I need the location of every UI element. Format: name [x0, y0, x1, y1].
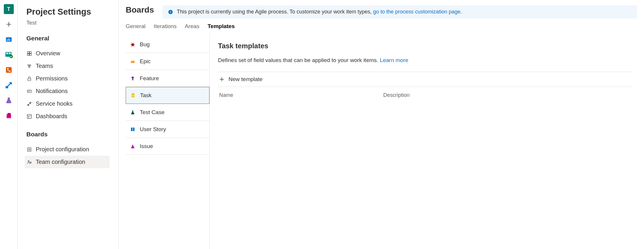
sidebar-item-label: Project configuration — [36, 146, 89, 153]
wit-user-story[interactable]: User Story — [126, 121, 209, 138]
summary-icon[interactable] — [4, 35, 14, 44]
sidebar-item-overview[interactable]: Overview — [25, 47, 110, 60]
svg-rect-26 — [28, 148, 31, 151]
svg-rect-36 — [131, 147, 134, 148]
tab-iterations[interactable]: Iterations — [154, 23, 177, 33]
page-title: Project Settings — [26, 7, 110, 17]
svg-point-20 — [29, 66, 30, 68]
flask-icon — [130, 109, 136, 115]
svg-rect-22 — [27, 90, 31, 92]
new-template-label: New template — [229, 76, 263, 83]
sidebar-item-label: Service hooks — [36, 100, 73, 107]
svg-point-32 — [170, 11, 171, 11]
boards-icon[interactable] — [4, 50, 14, 60]
svg-rect-17 — [30, 54, 31, 55]
svg-point-29 — [30, 162, 31, 163]
icon-rail: T — [0, 0, 18, 249]
wit-label: Bug — [140, 41, 150, 48]
add-icon[interactable] — [4, 19, 14, 29]
svg-rect-2 — [8, 39, 8, 41]
banner-text: This project is currently using the Agil… — [177, 9, 462, 15]
test-plans-icon[interactable] — [4, 95, 14, 105]
sidebar-item-label: Permissions — [36, 75, 68, 82]
wit-label: User Story — [140, 126, 166, 133]
sidebar-item-project-config[interactable]: Project configuration — [25, 143, 110, 156]
sidebar-item-team-config[interactable]: Team configuration — [25, 156, 110, 168]
templates-table-header: Name Description — [218, 87, 632, 98]
sidebar-item-label: Team configuration — [36, 159, 85, 165]
svg-point-33 — [132, 43, 134, 46]
repos-icon[interactable] — [4, 65, 14, 75]
boards-title: Boards — [126, 5, 154, 15]
svg-point-27 — [29, 149, 30, 150]
project-avatar[interactable]: T — [4, 4, 14, 14]
svg-rect-8 — [6, 67, 12, 73]
wit-test-case[interactable]: Test Case — [126, 104, 209, 121]
overview-icon — [26, 51, 32, 56]
config-icon — [26, 147, 32, 152]
sidebar-item-label: Teams — [36, 63, 53, 69]
notifications-icon — [26, 88, 32, 94]
sidebar-item-notifications[interactable]: Notifications — [25, 85, 110, 97]
sidebar-item-label: Dashboards — [36, 113, 67, 120]
wit-bug[interactable]: Bug — [126, 36, 209, 53]
templates-description: Defines set of field values that can be … — [218, 57, 632, 63]
plus-icon — [219, 77, 224, 82]
wit-task[interactable]: Task — [126, 87, 209, 104]
process-customization-link[interactable]: go to the process customization page. — [373, 9, 462, 15]
col-description: Description — [383, 92, 631, 98]
templates-pane: Task templates Defines set of field valu… — [209, 33, 644, 249]
clipboard-icon — [130, 92, 136, 98]
svg-rect-25 — [27, 114, 31, 119]
wit-feature[interactable]: Feature — [126, 70, 209, 87]
hooks-icon — [26, 101, 32, 107]
group-boards: Boards — [26, 131, 110, 138]
sidebar-item-label: Notifications — [36, 88, 68, 95]
wit-issue[interactable]: Issue — [126, 138, 209, 155]
wit-epic[interactable]: Epic — [126, 53, 209, 70]
svg-rect-13 — [7, 113, 11, 116]
wit-label: Test Case — [140, 109, 164, 116]
svg-rect-31 — [171, 12, 171, 13]
svg-rect-1 — [7, 40, 7, 41]
group-general: General — [26, 35, 110, 42]
cone-icon — [130, 143, 136, 149]
lock-icon — [26, 76, 32, 82]
svg-rect-35 — [132, 93, 134, 94]
settings-sidebar: Project Settings Test General Overview T… — [18, 0, 119, 249]
artifacts-icon[interactable] — [4, 111, 14, 121]
svg-rect-11 — [6, 86, 8, 88]
svg-rect-3 — [9, 39, 10, 41]
trophy-icon — [130, 75, 136, 81]
wit-label: Task — [140, 92, 151, 99]
main-content: Boards This project is currently using t… — [119, 0, 644, 249]
svg-rect-6 — [9, 53, 11, 54]
project-name[interactable]: Test — [26, 20, 110, 26]
teams-icon — [26, 63, 32, 69]
sidebar-item-teams[interactable]: Teams — [25, 60, 110, 72]
new-template-button[interactable]: New template — [218, 72, 632, 87]
svg-point-19 — [30, 64, 31, 66]
info-icon — [168, 9, 173, 15]
wit-label: Issue — [140, 143, 153, 150]
learn-more-link[interactable]: Learn more — [380, 57, 408, 63]
info-banner: This project is currently using the Agil… — [163, 5, 637, 18]
crown-icon — [130, 59, 136, 64]
dashboards-icon — [26, 114, 32, 119]
pipelines-icon[interactable] — [4, 80, 14, 90]
tab-areas[interactable]: Areas — [185, 23, 200, 33]
svg-rect-14 — [27, 51, 29, 53]
svg-point-18 — [28, 64, 29, 66]
svg-rect-21 — [28, 78, 31, 81]
sidebar-item-permissions[interactable]: Permissions — [25, 72, 110, 85]
sidebar-item-dashboards[interactable]: Dashboards — [25, 110, 110, 123]
book-icon — [130, 126, 136, 132]
tabs: General Iterations Areas Templates — [119, 18, 644, 33]
sidebar-item-service-hooks[interactable]: Service hooks — [25, 97, 110, 110]
col-name: Name — [219, 92, 383, 98]
tab-general[interactable]: General — [126, 23, 146, 33]
svg-point-9 — [7, 68, 8, 69]
templates-title: Task templates — [218, 42, 632, 50]
tab-templates[interactable]: Templates — [207, 23, 235, 33]
svg-rect-16 — [27, 54, 29, 55]
